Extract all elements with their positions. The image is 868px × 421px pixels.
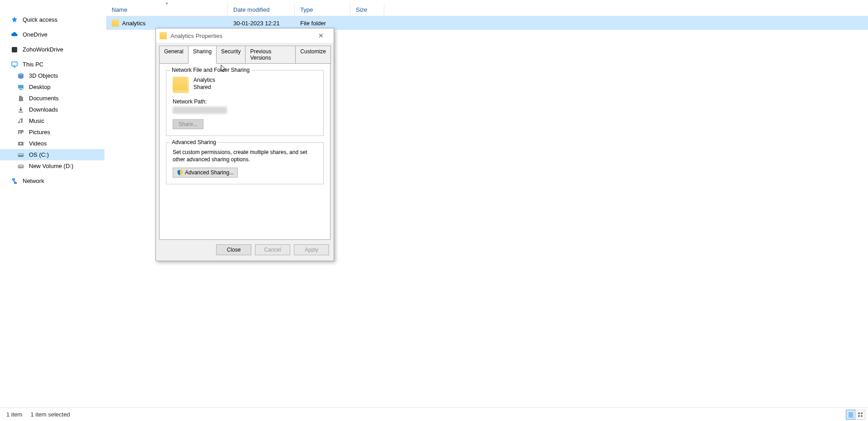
svg-rect-2 bbox=[14, 66, 15, 67]
network-path-label: Network Path: bbox=[173, 98, 317, 105]
share-button[interactable]: Share... bbox=[173, 119, 203, 129]
section-legend: Advanced Sharing bbox=[170, 139, 218, 145]
desktop-icon bbox=[17, 84, 24, 91]
navigation-pane: Quick access OneDrive ZohoWorkDrive This… bbox=[0, 0, 104, 330]
item-count: 1 item bbox=[6, 411, 22, 418]
cancel-button[interactable]: Cancel bbox=[255, 244, 290, 255]
sidebar-item-label: Videos bbox=[29, 140, 47, 147]
file-name-cell: Analytics bbox=[106, 19, 228, 27]
cloud-icon bbox=[11, 31, 18, 38]
pictures-icon bbox=[17, 129, 24, 136]
close-button[interactable]: ✕ bbox=[312, 30, 330, 42]
sort-up-icon: ▲ bbox=[165, 1, 169, 5]
column-header-date[interactable]: Date modified bbox=[228, 4, 295, 16]
section-legend: Network File and Folder Sharing bbox=[170, 67, 251, 73]
music-icon bbox=[17, 117, 24, 125]
column-header-type[interactable]: Type bbox=[295, 4, 350, 16]
sidebar-item-pictures[interactable]: Pictures bbox=[0, 126, 104, 138]
sidebar-item-3d-objects[interactable]: 3D Objects bbox=[0, 70, 104, 81]
svg-rect-3 bbox=[18, 85, 24, 89]
sidebar-item-label: OneDrive bbox=[23, 31, 47, 38]
sidebar-item-new-volume[interactable]: New Volume (D:) bbox=[0, 160, 104, 172]
selection-count: 1 item selected bbox=[30, 411, 70, 418]
sidebar-item-zoho[interactable]: ZohoWorkDrive bbox=[0, 44, 104, 55]
cube-icon bbox=[17, 72, 24, 80]
sidebar-item-quick-access[interactable]: Quick access bbox=[0, 14, 104, 25]
sidebar-item-this-pc[interactable]: This PC bbox=[0, 59, 104, 70]
svg-rect-17 bbox=[861, 415, 863, 417]
svg-rect-11 bbox=[19, 167, 23, 168]
share-info: Analytics Shared bbox=[173, 77, 317, 93]
dialog-body: Network File and Folder Sharing Analytic… bbox=[159, 64, 330, 240]
folder-icon bbox=[160, 32, 167, 39]
sidebar-item-music[interactable]: Music bbox=[0, 115, 104, 126]
svg-rect-4 bbox=[19, 89, 22, 90]
downloads-icon bbox=[17, 106, 24, 113]
svg-rect-14 bbox=[858, 412, 860, 414]
sidebar-item-label: Quick access bbox=[23, 16, 57, 23]
sidebar-item-label: This PC bbox=[23, 61, 43, 68]
dialog-tabs: General Sharing Security Previous Versio… bbox=[156, 43, 334, 64]
tab-customize[interactable]: Customize bbox=[295, 46, 331, 64]
column-header-size[interactable]: Size bbox=[350, 4, 384, 16]
dialog-footer: Close Cancel Apply bbox=[156, 240, 334, 261]
advanced-sharing-button[interactable]: Advanced Sharing... bbox=[173, 168, 238, 178]
svg-rect-9 bbox=[19, 155, 23, 156]
zoho-icon bbox=[11, 46, 18, 53]
svg-rect-0 bbox=[12, 47, 17, 52]
documents-icon bbox=[17, 95, 24, 102]
sidebar-item-label: Pictures bbox=[29, 129, 50, 136]
sidebar-item-label: OS (C:) bbox=[29, 151, 49, 158]
svg-rect-12 bbox=[12, 178, 15, 180]
column-header-name[interactable]: ▲ Name bbox=[106, 4, 228, 16]
advanced-sharing-section: Advanced Sharing Set custom permissions,… bbox=[166, 142, 324, 184]
sidebar-item-downloads[interactable]: Downloads bbox=[0, 104, 104, 115]
file-type-cell: File folder bbox=[295, 20, 350, 27]
share-text: Analytics Shared bbox=[193, 77, 215, 91]
sidebar-item-label: Desktop bbox=[29, 84, 51, 90]
apply-button[interactable]: Apply bbox=[294, 244, 329, 255]
tab-security[interactable]: Security bbox=[216, 46, 245, 64]
sidebar-item-label: Documents bbox=[29, 95, 59, 102]
disk-icon bbox=[17, 151, 24, 159]
tab-previous-versions[interactable]: Previous Versions bbox=[245, 46, 296, 64]
disk-icon bbox=[17, 163, 24, 170]
properties-dialog: Analytics Properties ✕ General Sharing S… bbox=[156, 28, 334, 261]
sidebar-item-label: Music bbox=[29, 117, 44, 124]
sidebar-item-label: 3D Objects bbox=[29, 72, 58, 79]
sidebar-item-desktop[interactable]: Desktop bbox=[0, 81, 104, 93]
icons-view-button[interactable] bbox=[855, 410, 865, 420]
tab-sharing[interactable]: Sharing bbox=[188, 46, 217, 64]
dialog-titlebar[interactable]: Analytics Properties ✕ bbox=[156, 28, 334, 43]
sidebar-item-os-c[interactable]: OS (C:) bbox=[0, 149, 104, 160]
videos-icon bbox=[17, 140, 24, 147]
folder-icon bbox=[173, 77, 189, 93]
network-path-value bbox=[173, 107, 227, 114]
monitor-icon bbox=[11, 61, 18, 68]
status-bar: 1 item 1 item selected bbox=[0, 407, 868, 421]
details-view-button[interactable] bbox=[846, 410, 856, 420]
sidebar-item-documents[interactable]: Documents bbox=[0, 93, 104, 104]
svg-rect-13 bbox=[14, 182, 17, 184]
star-icon bbox=[11, 16, 18, 23]
file-date-cell: 30-01-2023 12:21 bbox=[228, 20, 295, 27]
sidebar-item-label: Network bbox=[23, 178, 44, 184]
tab-general[interactable]: General bbox=[159, 46, 189, 64]
close-button[interactable]: Close bbox=[216, 244, 251, 255]
network-icon bbox=[11, 178, 18, 185]
sidebar-item-label: New Volume (D:) bbox=[29, 163, 73, 169]
sidebar-item-label: ZohoWorkDrive bbox=[23, 46, 63, 53]
view-toggle bbox=[846, 410, 865, 420]
shield-icon bbox=[177, 169, 183, 176]
folder-icon bbox=[112, 19, 119, 27]
sidebar-item-label: Downloads bbox=[29, 106, 58, 113]
svg-point-6 bbox=[19, 131, 21, 132]
svg-rect-15 bbox=[861, 412, 863, 414]
svg-rect-16 bbox=[858, 415, 860, 417]
sidebar-item-onedrive[interactable]: OneDrive bbox=[0, 29, 104, 40]
sidebar-item-network[interactable]: Network bbox=[0, 175, 104, 187]
dialog-title: Analytics Properties bbox=[170, 33, 312, 39]
advanced-description: Set custom permissions, create multiple … bbox=[173, 149, 317, 163]
sidebar-item-videos[interactable]: Videos bbox=[0, 138, 104, 149]
svg-rect-1 bbox=[12, 62, 17, 66]
